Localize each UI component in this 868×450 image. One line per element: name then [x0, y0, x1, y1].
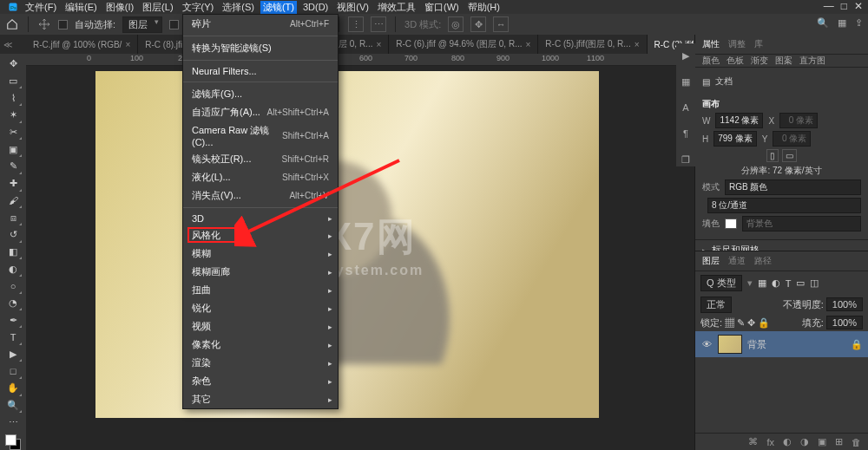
show-transform-checkbox[interactable] — [169, 20, 179, 29]
filter-liquify[interactable]: 液化(L)...Shift+Ctrl+X — [183, 168, 338, 186]
filter-sub-other[interactable]: 其它 — [183, 390, 338, 408]
color-swatch[interactable] — [5, 434, 21, 450]
filter-sub-sharpen[interactable]: 锐化 — [183, 299, 338, 317]
3d-orbit-icon[interactable]: ◎ — [448, 16, 464, 32]
search-icon[interactable]: 🔍 — [817, 17, 829, 29]
filter-sub-video[interactable]: 视频 — [183, 317, 338, 336]
eraser-tool-icon[interactable]: ◧ — [3, 244, 23, 261]
tab-swatches[interactable]: 色板 — [727, 55, 744, 67]
filter-recent[interactable]: 碎片Alt+Ctrl+F — [183, 15, 338, 33]
filter-sub-pixelate[interactable]: 像素化 — [183, 336, 338, 354]
document-canvas[interactable]: X7网 system.com — [95, 71, 599, 418]
menu-select[interactable]: 选择(S) — [220, 1, 257, 14]
canvas-height-field[interactable]: 799 像素 — [713, 131, 756, 147]
auto-select-checkbox[interactable] — [58, 20, 68, 29]
history-panel-icon[interactable]: ▶ — [679, 49, 693, 62]
tab-libraries[interactable]: 库 — [754, 38, 763, 50]
menu-window[interactable]: 窗口(W) — [422, 1, 462, 14]
blur-tool-icon[interactable]: ○ — [3, 277, 23, 295]
filter-vanishing[interactable]: 消失点(V)...Alt+Ctrl+V — [183, 186, 338, 205]
libraries-panel-icon[interactable]: ❐ — [679, 153, 693, 166]
dodge-tool-icon[interactable]: ◔ — [3, 295, 23, 312]
tabs-scroll-left[interactable]: ≪ — [3, 40, 12, 49]
gradient-tool-icon[interactable]: ◐ — [3, 260, 23, 277]
filter-sub-stylize[interactable]: 风格化 — [183, 226, 338, 245]
layer-mask-icon[interactable]: ◐ — [783, 436, 792, 447]
3d-pan-icon[interactable]: ✥ — [470, 16, 486, 32]
filter-sub-3d[interactable]: 3D — [183, 211, 338, 226]
character-panel-icon[interactable]: A — [679, 101, 693, 114]
pen-tool-icon[interactable]: ✒ — [3, 311, 23, 329]
layer-thumbnail[interactable] — [718, 335, 742, 354]
filter-sub-distort[interactable]: 扭曲 — [183, 281, 338, 299]
menu-view[interactable]: 视图(V) — [334, 1, 372, 14]
fill-field[interactable]: 100% — [826, 316, 863, 329]
filter-sub-blurgallery[interactable]: 模糊画廊 — [183, 263, 338, 281]
paragraph-panel-icon[interactable]: ¶ — [679, 127, 693, 140]
filter-adaptive[interactable]: 自适应广角(A)...Alt+Shift+Ctrl+A — [183, 103, 338, 121]
edit-toolbar-icon[interactable]: ⋯ — [3, 414, 23, 431]
maximize-icon[interactable]: □ — [841, 0, 847, 12]
orientation-portrait-icon[interactable]: ▯ — [766, 149, 779, 162]
filter-adjust-icon[interactable]: ◐ — [772, 277, 780, 289]
3d-slide-icon[interactable]: ↔ — [493, 16, 509, 32]
tab-patterns[interactable]: 图案 — [775, 55, 792, 67]
lock-all-icon[interactable]: 🔒 — [758, 317, 770, 328]
adjustment-layer-icon[interactable]: ◑ — [800, 436, 809, 447]
filter-gallery[interactable]: 滤镜库(G)... — [183, 85, 338, 103]
tab-close-icon[interactable]: × — [635, 40, 640, 49]
layer-fx-icon[interactable]: fx — [766, 437, 774, 447]
workspace-icon[interactable]: ▦ — [838, 17, 846, 29]
filter-type-icon[interactable]: T — [786, 278, 792, 289]
filter-pixel-icon[interactable]: ▦ — [758, 277, 766, 289]
layer-name[interactable]: 背景 — [747, 338, 766, 351]
tab-properties[interactable]: 属性 — [702, 38, 720, 50]
document-tab[interactable]: R-C (6).jfif @ 94.6% (图层 0, R...× — [389, 35, 538, 54]
close-icon[interactable]: ✕ — [854, 0, 863, 12]
layer-filter-kind-dropdown[interactable]: Q 类型 — [700, 275, 742, 291]
tab-paths[interactable]: 路径 — [754, 255, 772, 267]
fill-dropdown[interactable]: 背景色 — [742, 216, 861, 232]
tab-channels[interactable]: 通道 — [728, 255, 746, 267]
menu-3d[interactable]: 3D(D) — [300, 2, 331, 12]
menu-image[interactable]: 图像(I) — [103, 1, 136, 14]
layer-row[interactable]: 👁 背景 🔒 — [695, 331, 868, 357]
filter-convert-smart[interactable]: 转换为智能滤镜(S) — [183, 39, 338, 57]
new-layer-icon[interactable]: ⊞ — [835, 436, 843, 447]
marquee-tool-icon[interactable]: ▭ — [3, 73, 23, 90]
lasso-tool-icon[interactable]: ⌇ — [3, 89, 23, 107]
shape-tool-icon[interactable]: □ — [3, 362, 23, 380]
canvas-width-field[interactable]: 1142 像素 — [715, 113, 763, 128]
share-icon[interactable]: ⇪ — [855, 17, 863, 29]
lock-trans-icon[interactable]: ▦ — [725, 317, 734, 328]
filter-sub-noise[interactable]: 杂色 — [183, 372, 338, 390]
hand-tool-icon[interactable]: ✋ — [3, 380, 23, 397]
distribute-icon[interactable]: ⋮ — [348, 16, 364, 32]
orientation-landscape-icon[interactable]: ▭ — [782, 149, 797, 162]
brush-tool-icon[interactable]: 🖌 — [3, 192, 23, 210]
tab-histogram[interactable]: 直方图 — [799, 55, 825, 67]
layer-visibility-icon[interactable]: 👁 — [700, 338, 713, 350]
tab-gradients[interactable]: 渐变 — [751, 55, 768, 67]
document-tab[interactable]: R-C.jfif @ 100% (RGB/× — [26, 35, 138, 54]
tab-color[interactable]: 颜色 — [702, 55, 720, 67]
menu-plugins[interactable]: 增效工具 — [375, 1, 418, 14]
menu-help[interactable]: 帮助(H) — [465, 1, 503, 14]
healing-tool-icon[interactable]: ✚ — [3, 175, 23, 192]
color-panel-icon[interactable]: ▦ — [679, 75, 693, 88]
tab-close-icon[interactable]: × — [376, 40, 381, 49]
menu-type[interactable]: 文字(Y) — [180, 1, 217, 14]
tab-close-icon[interactable]: × — [125, 40, 130, 49]
frame-tool-icon[interactable]: ▣ — [3, 140, 23, 158]
color-mode-dropdown[interactable]: RGB 颜色 — [725, 179, 861, 195]
eyedropper-tool-icon[interactable]: ✎ — [3, 158, 23, 175]
move-tool-icon[interactable]: ✥ — [3, 55, 23, 73]
opacity-field[interactable]: 100% — [826, 297, 863, 311]
tab-close-icon[interactable]: × — [525, 40, 530, 49]
menu-edit[interactable]: 编辑(E) — [62, 1, 100, 14]
filter-shape-icon[interactable]: ▭ — [796, 277, 805, 289]
home-icon[interactable] — [5, 17, 19, 31]
new-group-icon[interactable]: ▣ — [818, 436, 826, 447]
menu-layer[interactable]: 图层(L) — [140, 1, 175, 14]
filter-sub-render[interactable]: 渲染 — [183, 354, 338, 372]
